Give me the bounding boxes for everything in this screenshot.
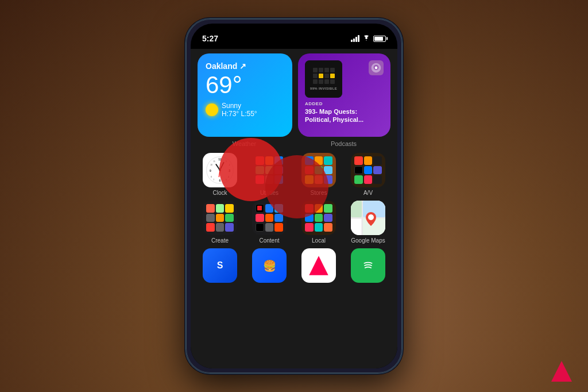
svg-text:4: 4 <box>228 176 229 178</box>
weather-city: Oakland ↗ <box>206 62 284 71</box>
weather-condition: Sunny H:73° L:55° <box>206 102 284 118</box>
weather-label: Weather <box>198 140 291 147</box>
podcasts-label: Podcasts <box>297 140 390 147</box>
app-row-1: 12 3 6 9 1 2 4 5 7 8 10 <box>198 153 390 196</box>
svg-text:12: 12 <box>218 157 222 161</box>
spotify-app-icon <box>351 248 385 283</box>
svg-marker-30 <box>551 361 572 382</box>
app-item-burger[interactable]: 🍔 <box>247 248 292 285</box>
content-label: Content <box>259 237 279 244</box>
podcast-header: 99% INVISIBLE <box>305 60 384 98</box>
svg-marker-28 <box>309 256 328 275</box>
podcasts-app-icon <box>369 60 384 75</box>
svg-text:8: 8 <box>211 176 212 178</box>
create-app-icon <box>203 201 237 235</box>
clock-label: Clock <box>212 190 227 196</box>
svg-text:🍔: 🍔 <box>263 259 277 272</box>
blue-app-icon-2: 🍔 <box>252 248 287 283</box>
content-app-icon <box>252 201 287 235</box>
svg-text:5: 5 <box>226 179 227 181</box>
status-time: 5:27 <box>202 34 218 43</box>
weather-hi-lo: H:73° L:55° <box>222 110 257 118</box>
app-item-av[interactable]: A/V <box>346 153 390 196</box>
svg-text:9: 9 <box>210 169 211 172</box>
wifi-icon <box>362 34 370 43</box>
battery-icon <box>373 36 386 42</box>
signal-bars-icon <box>351 35 359 42</box>
svg-text:10: 10 <box>210 164 212 166</box>
verge-app-icon <box>301 248 336 283</box>
app-item-local[interactable]: Local <box>296 201 341 244</box>
app-row-3: S 🍔 <box>198 248 390 285</box>
svg-text:S: S <box>217 260 223 270</box>
app-item-stores[interactable]: Stores <box>296 153 341 196</box>
clock-app-icon: 12 3 6 9 1 2 4 5 7 8 10 <box>203 153 237 187</box>
podcasts-widget[interactable]: 99% INVISIBLE ADDED <box>298 53 390 137</box>
blue-app-icon-1: S <box>203 248 237 283</box>
svg-point-17 <box>219 169 220 171</box>
weather-condition-text: Sunny <box>222 102 257 110</box>
weather-temp: 69° <box>206 73 284 97</box>
phone-notch <box>254 24 334 40</box>
create-label: Create <box>211 237 229 244</box>
status-icons <box>351 34 386 43</box>
podcast-episode-title: 393- Map Quests: Political, Physical... <box>305 107 384 124</box>
podcast-status: ADDED <box>305 101 384 106</box>
scene: 5:27 <box>0 0 588 392</box>
sun-icon <box>206 103 218 116</box>
screen-content: Oakland ↗ 69° Sunny H:73° L:55° <box>191 49 397 368</box>
widgets-row: Oakland ↗ 69° Sunny H:73° L:55° <box>198 53 390 137</box>
phone-frame: 5:27 <box>185 18 403 374</box>
svg-text:1: 1 <box>226 160 227 163</box>
weather-widget[interactable]: Oakland ↗ 69° Sunny H:73° L:55° <box>198 53 292 137</box>
app-item-clock[interactable]: 12 3 6 9 1 2 4 5 7 8 10 <box>198 153 242 196</box>
svg-text:3: 3 <box>229 169 230 172</box>
stores-app-icon <box>301 153 336 187</box>
local-label: Local <box>312 237 326 244</box>
widget-labels: Weather Podcasts <box>198 140 390 147</box>
svg-point-25 <box>368 214 374 220</box>
utilities-label: Utilities <box>260 190 278 196</box>
utilities-app-icon <box>252 153 287 187</box>
svg-text:2: 2 <box>229 164 230 166</box>
av-app-icon <box>351 153 385 187</box>
svg-text:6: 6 <box>219 179 221 182</box>
svg-text:7: 7 <box>213 179 214 181</box>
app-item-create[interactable]: Create <box>198 201 242 244</box>
podcast-artwork: 99% INVISIBLE <box>305 60 342 98</box>
phone-screen: 5:27 <box>191 24 397 368</box>
maps-app-icon <box>351 201 385 235</box>
svg-rect-21 <box>351 201 362 217</box>
app-item-utilities[interactable]: Utilities <box>247 153 292 196</box>
app-item-scribbble[interactable]: S <box>198 248 242 285</box>
app-item-google-maps[interactable]: Google Maps <box>346 201 390 244</box>
app-item-spotify[interactable] <box>346 248 390 285</box>
app-row-2: Create <box>198 201 390 244</box>
local-app-icon <box>301 201 336 235</box>
app-item-content[interactable]: Content <box>247 201 292 244</box>
svg-point-29 <box>361 258 376 274</box>
stores-label: Stores <box>311 190 327 196</box>
app-item-verge[interactable] <box>296 248 341 285</box>
av-label: A/V <box>363 190 373 196</box>
svg-text:11: 11 <box>213 160 215 163</box>
maps-label: Google Maps <box>351 237 385 244</box>
verge-watermark <box>550 360 571 381</box>
